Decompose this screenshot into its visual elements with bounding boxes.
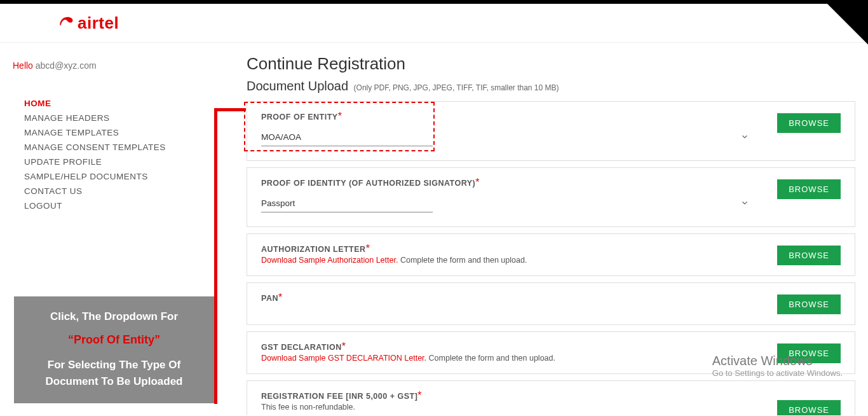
select-proof-of-identity[interactable] xyxy=(261,195,433,212)
nav-logout[interactable]: LOGOUT xyxy=(24,198,222,213)
browse-button-fee[interactable]: BROWSE xyxy=(777,400,841,415)
nav-manage-templates[interactable]: MANAGE TEMPLATES xyxy=(24,125,222,140)
note-gst-tail: Complete the form and then upload. xyxy=(429,354,555,363)
label-registration-fee: REGISTRATION FEE [INR 5,000 + GST] xyxy=(261,392,417,401)
nav-sample-help-documents[interactable]: SAMPLE/HELP DOCUMENTS xyxy=(24,169,222,184)
label-gst-declaration: GST DECLARATION xyxy=(261,343,342,352)
airtel-swirl-icon xyxy=(57,13,75,33)
note-fee: This fee is non-refundable. xyxy=(261,403,752,412)
link-gst-sample[interactable]: Download Sample GST DECLARATION Letter. xyxy=(261,354,426,363)
browse-button-identity[interactable]: BROWSE xyxy=(777,179,841,199)
watermark-subtitle: Go to Settings to activate Windows. xyxy=(712,368,843,378)
annotation-connector-vertical xyxy=(214,108,217,404)
callout-line-3: For Selecting The Type Of xyxy=(23,357,205,373)
required-marker: * xyxy=(366,243,370,254)
link-auth-sample[interactable]: Download Sample Authorization Letter. xyxy=(261,256,398,265)
required-marker: * xyxy=(278,292,282,303)
section-note: (Only PDF, PNG, JPG, JPEG, TIFF, TIF, sm… xyxy=(354,83,559,92)
block-proof-of-identity: PROOF OF IDENTITY (OF AUTHORIZED SIGNATO… xyxy=(247,167,855,227)
callout-line-4: Document To Be Uploaded xyxy=(23,373,205,390)
callout-line-2: “Proof Of Entity” xyxy=(23,333,205,347)
note-auth-tail: Complete the form and then upload. xyxy=(400,256,527,265)
label-authorization-letter: AUTHORIZATION LETTER xyxy=(261,245,366,254)
windows-activation-watermark: Activate Windows Go to Settings to activ… xyxy=(712,354,843,378)
page-title: Continue Registration xyxy=(247,54,855,74)
nav-update-profile[interactable]: UPDATE PROFILE xyxy=(24,155,222,169)
label-proof-of-entity: PROOF OF ENTITY xyxy=(261,113,338,121)
required-marker: * xyxy=(342,341,346,352)
nav-contact-us[interactable]: CONTACT US xyxy=(24,184,222,198)
block-proof-of-entity: PROOF OF ENTITY* BROWSE xyxy=(247,101,855,161)
brand-name: airtel xyxy=(78,13,119,33)
nav-manage-consent-templates[interactable]: MANAGE CONSENT TEMPLATES xyxy=(24,140,222,155)
label-proof-of-identity: PROOF OF IDENTITY (OF AUTHORIZED SIGNATO… xyxy=(261,179,475,188)
callout-line-1: Click, The Dropdown For xyxy=(23,310,205,323)
chevron-down-icon xyxy=(740,198,749,210)
greeting-hello: Hello xyxy=(13,60,33,71)
greeting-email: abcd@xyz.com xyxy=(36,60,97,71)
select-proof-of-entity[interactable] xyxy=(261,128,433,146)
section-header: Document Upload (Only PDF, PNG, JPG, JPE… xyxy=(247,79,855,94)
nav-manage-headers[interactable]: MANAGE HEADERS xyxy=(24,111,222,125)
watermark-title: Activate Windows xyxy=(712,354,843,368)
required-marker: * xyxy=(475,177,479,188)
browse-button-entity[interactable]: BROWSE xyxy=(777,113,841,133)
brand-logo: airtel xyxy=(57,13,868,33)
nav-menu: HOME MANAGE HEADERS MANAGE TEMPLATES MAN… xyxy=(13,96,222,213)
chevron-down-icon xyxy=(740,132,749,144)
block-authorization-letter: AUTHORIZATION LETTER* Download Sample Au… xyxy=(247,233,855,276)
annotation-connector-horizontal xyxy=(214,108,246,111)
required-marker: * xyxy=(417,390,421,401)
corner-notch xyxy=(824,0,868,45)
nav-home[interactable]: HOME xyxy=(24,96,222,111)
block-registration-fee: REGISTRATION FEE [INR 5,000 + GST]* This… xyxy=(247,380,855,415)
greeting: Hello abcd@xyz.com xyxy=(13,60,222,71)
section-title: Document Upload xyxy=(247,79,348,94)
browse-button-auth[interactable]: BROWSE xyxy=(777,246,841,265)
header: airtel xyxy=(0,4,868,43)
browse-button-pan[interactable]: BROWSE xyxy=(777,295,841,314)
label-pan: PAN xyxy=(261,294,278,303)
block-pan: PAN* BROWSE xyxy=(247,282,855,325)
annotation-callout: Click, The Dropdown For “Proof Of Entity… xyxy=(14,296,214,403)
required-marker: * xyxy=(338,111,342,121)
